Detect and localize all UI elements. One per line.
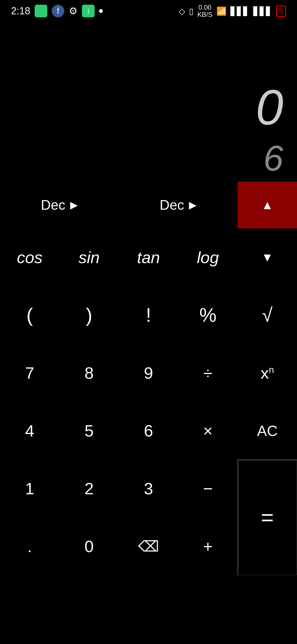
divide-label: ÷ (204, 364, 213, 383)
0-button[interactable]: 0 (59, 517, 119, 575)
status-left: 2:18 f ⚙ i (11, 5, 103, 17)
123-row: 1 2 3 − (0, 460, 238, 517)
equal-label: = (261, 505, 274, 530)
percent-button[interactable]: % (178, 286, 238, 344)
plus-label: + (203, 537, 213, 556)
xn-button[interactable]: xn (238, 344, 297, 402)
dec1-arrow: ▶ (70, 199, 78, 211)
9-label: 9 (144, 364, 153, 383)
cos-label: cos (17, 248, 42, 267)
wifi-icon: 📶 (216, 6, 227, 16)
xn-label: xn (261, 364, 274, 383)
tan-button[interactable]: tan (119, 228, 178, 286)
ac-button[interactable]: AC (238, 402, 297, 460)
1-label: 1 (25, 479, 34, 498)
0-label: 0 (84, 537, 94, 556)
open-paren-button[interactable]: ( (0, 286, 59, 344)
0-row: . 0 ⌫ + (0, 517, 238, 575)
data-speed: 0.00KB/S (197, 4, 213, 18)
8-label: 8 (84, 364, 94, 383)
7-label: 7 (25, 364, 34, 383)
close-paren-button[interactable]: ) (59, 286, 119, 344)
alarm-icon: ◇ (179, 6, 185, 16)
dec2-label: Dec (160, 197, 184, 213)
sin-label: sin (79, 248, 100, 267)
dec2-arrow: ▶ (189, 199, 197, 211)
msg-icon (35, 5, 47, 17)
expand-button[interactable]: ▲ (238, 182, 297, 228)
dec2-button[interactable]: Dec ▶ (119, 182, 238, 228)
multiply-button[interactable]: × (178, 402, 238, 460)
log-label: log (197, 248, 219, 267)
7-button[interactable]: 7 (0, 344, 59, 402)
2-button[interactable]: 2 (59, 460, 119, 517)
time: 2:18 (11, 5, 30, 17)
divide-button[interactable]: ÷ (178, 344, 238, 402)
sqrt-button[interactable]: √ (238, 286, 297, 344)
ac-label: AC (257, 422, 277, 439)
factorial-button[interactable]: ! (119, 286, 178, 344)
cos-button[interactable]: cos (0, 228, 59, 286)
dot-button[interactable]: . (0, 517, 59, 575)
last-left: 1 2 3 − . 0 ⌫ (0, 460, 238, 575)
5-button[interactable]: 5 (59, 402, 119, 460)
signal2-icon: ▋▋▋ (253, 6, 272, 16)
minus-button[interactable]: − (178, 460, 238, 517)
status-right: ◇ ▯ 0.00KB/S 📶 ▋▋▋ ▋▋▋ 5 (179, 4, 286, 18)
vibrate-icon: ▯ (189, 6, 194, 16)
equal-button[interactable]: = (238, 460, 297, 575)
notification-dot (99, 9, 103, 13)
paren-row: ( ) ! % √ (0, 286, 297, 344)
dec1-button[interactable]: Dec ▶ (0, 182, 119, 228)
8-button[interactable]: 8 (59, 344, 119, 402)
trig-row: cos sin tan log ▼ (0, 228, 297, 286)
app-icon: i (82, 5, 95, 17)
fb-icon: f (52, 5, 64, 17)
signal-icon: ▋▋▋ (230, 6, 249, 16)
sqrt-label: √ (262, 304, 273, 326)
dec-row: Dec ▶ Dec ▶ ▲ (0, 182, 297, 228)
2-label: 2 (84, 479, 94, 498)
down-arrow-button[interactable]: ▼ (238, 228, 297, 286)
dec1-label: Dec (41, 197, 65, 213)
3-label: 3 (144, 479, 153, 498)
6-label: 6 (144, 421, 153, 440)
display-main-value: 0 (0, 83, 283, 132)
down-arrow-icon: ▼ (261, 250, 273, 264)
minus-label: − (203, 479, 213, 498)
up-arrow-icon: ▲ (261, 198, 273, 212)
4-label: 4 (25, 421, 34, 440)
1-button[interactable]: 1 (0, 460, 59, 517)
789-row: 7 8 9 ÷ xn (0, 344, 297, 402)
5-label: 5 (84, 421, 94, 440)
multiply-label: × (203, 421, 213, 440)
percent-label: % (199, 304, 216, 326)
open-paren-label: ( (26, 304, 33, 326)
6-button[interactable]: 6 (119, 402, 178, 460)
backspace-label: ⌫ (138, 538, 159, 555)
log-button[interactable]: log (178, 228, 238, 286)
3-button[interactable]: 3 (119, 460, 178, 517)
plus-button[interactable]: + (178, 517, 238, 575)
4-button[interactable]: 4 (0, 402, 59, 460)
keypad: Dec ▶ Dec ▶ ▲ cos sin tan log ▼ ( (0, 182, 297, 644)
status-bar: 2:18 f ⚙ i ◇ ▯ 0.00KB/S 📶 ▋▋▋ ▋▋▋ 5 (0, 0, 297, 22)
gear-icon: ⚙ (69, 5, 78, 17)
tan-label: tan (137, 248, 160, 267)
display-area: 0 6 (0, 22, 297, 182)
9-button[interactable]: 9 (119, 344, 178, 402)
factorial-label: ! (146, 304, 151, 326)
last-rows: 1 2 3 − . 0 ⌫ (0, 460, 297, 575)
close-paren-label: ) (86, 304, 92, 326)
456-row: 4 5 6 × AC (0, 402, 297, 460)
dot-label: . (28, 537, 32, 556)
battery-icon: 5 (276, 6, 286, 17)
equal-column: = (238, 460, 297, 575)
sin-button[interactable]: sin (59, 228, 119, 286)
backspace-button[interactable]: ⌫ (119, 517, 178, 575)
display-secondary-value: 6 (0, 140, 283, 176)
